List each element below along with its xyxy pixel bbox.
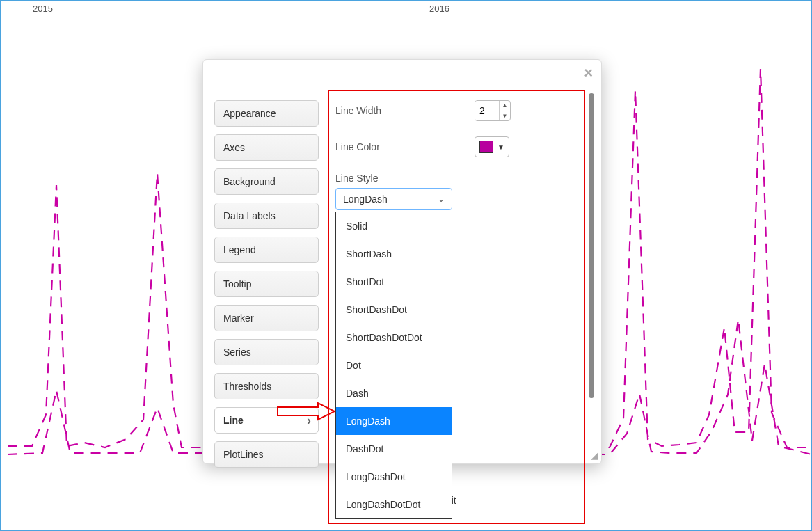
row-line-width: Line Width ▲ ▼ [335,100,583,121]
line-style-option-dash[interactable]: Dash [336,379,452,407]
line-style-label: Line Style [335,173,475,184]
color-swatch [479,141,493,153]
line-style-option-solid[interactable]: Solid [336,212,452,240]
line-color-picker[interactable]: ▼ [475,136,509,157]
sidebar-item-line[interactable]: Line [214,407,319,434]
sidebar-item-background[interactable]: Background [214,168,319,195]
line-style-dropdown: SolidShortDashShortDotShortDashDotShortD… [335,212,452,519]
line-style-option-shortdash[interactable]: ShortDash [336,240,452,268]
line-style-option-dot[interactable]: Dot [336,351,452,379]
settings-sidebar: AppearanceAxesBackgroundData LabelsLegen… [210,67,319,457]
line-style-selected-value: LongDash [343,193,388,205]
sidebar-item-thresholds[interactable]: Thresholds [214,373,319,399]
line-style-option-longdash[interactable]: LongDash [336,407,452,435]
line-width-input[interactable] [475,101,499,120]
line-style-select-wrap: LongDash ⌄ SolidShortDashShortDotShortDa… [335,188,452,210]
app-canvas: 2015 2016 ofit × AppearanceAxesBackgroun… [0,0,812,531]
row-line-color: Line Color ▼ [335,136,583,157]
sidebar-item-axes[interactable]: Axes [214,134,319,161]
sidebar-item-marker[interactable]: Marker [214,305,319,331]
settings-content: Line Width ▲ ▼ Line Color ▼ [319,67,594,457]
line-style-option-shortdashdotdot[interactable]: ShortDashDotDot [336,324,452,351]
line-color-label: Line Color [335,141,475,152]
resize-handle[interactable]: ◢ [591,450,598,461]
line-style-option-longdashdotdot[interactable]: LongDashDotDot [336,491,452,518]
sidebar-item-appearance[interactable]: Appearance [214,100,319,127]
line-style-option-shortdot[interactable]: ShortDot [336,268,452,296]
chevron-down-icon: ▼ [497,143,504,151]
line-style-option-longdashdot[interactable]: LongDashDot [336,463,452,491]
chevron-down-icon: ⌄ [438,194,445,204]
sidebar-item-plotlines[interactable]: PlotLines [214,441,319,468]
sidebar-item-legend[interactable]: Legend [214,237,319,263]
line-width-step-down[interactable]: ▼ [500,111,510,121]
sidebar-item-tooltip[interactable]: Tooltip [214,271,319,297]
line-width-label: Line Width [335,105,475,116]
line-style-option-shortdashdot[interactable]: ShortDashDot [336,296,452,324]
row-line-style-label: Line Style [335,173,583,184]
line-width-input-wrap: ▲ ▼ [475,100,511,121]
sidebar-item-data-labels[interactable]: Data Labels [214,203,319,229]
line-style-option-dashdot[interactable]: DashDot [336,435,452,463]
line-style-select[interactable]: LongDash ⌄ [335,188,452,210]
sidebar-item-series[interactable]: Series [214,339,319,365]
line-width-step-up[interactable]: ▲ [500,101,510,111]
scrollbar-thumb[interactable] [589,93,594,398]
chart-settings-modal: × AppearanceAxesBackgroundData LabelsLeg… [202,59,602,464]
